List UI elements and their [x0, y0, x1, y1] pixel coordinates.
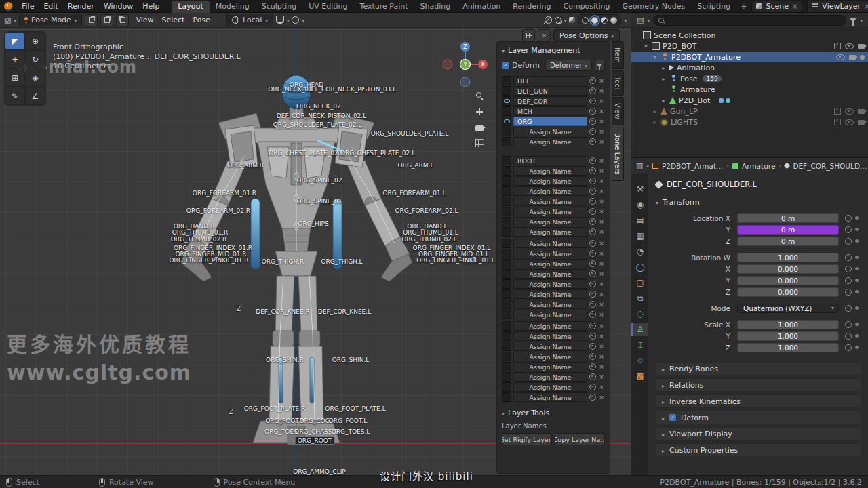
xray-toggle-icon[interactable]: [569, 17, 575, 23]
outliner-search[interactable]: [653, 15, 847, 26]
workspace-tab[interactable]: Modeling: [210, 1, 256, 13]
assign-name-button[interactable]: Assign Name: [513, 279, 587, 289]
layer-clear-icon[interactable]: [598, 291, 605, 298]
keyframe-icon[interactable]: [845, 321, 852, 328]
properties-panel-row[interactable]: Relations: [656, 378, 861, 392]
exclude-checkbox[interactable]: [834, 119, 841, 125]
layer-clear-icon[interactable]: [598, 240, 605, 247]
layer-clear-icon[interactable]: [598, 198, 605, 205]
layer-solo-icon[interactable]: [589, 333, 596, 340]
shading-solid-icon[interactable]: [591, 17, 598, 24]
sidebar-tab[interactable]: View: [612, 97, 624, 125]
layer-button[interactable]: MCH: [513, 106, 587, 116]
layer-visibility-checkbox[interactable]: [502, 197, 511, 206]
show-gizmos-icon[interactable]: [545, 16, 552, 24]
outliner-row[interactable]: ▸ Gun_LP: [631, 106, 868, 117]
layer-clear-icon[interactable]: [598, 87, 605, 94]
outliner-row[interactable]: ▸ Pose 159: [631, 73, 868, 84]
assign-name-button[interactable]: Assign Name: [513, 300, 587, 309]
layer-clear-icon[interactable]: [598, 228, 605, 235]
layer-solo-icon[interactable]: [589, 108, 596, 115]
layer-button[interactable]: ROOT: [513, 156, 587, 165]
transform-value-field[interactable]: 0 m: [737, 225, 839, 235]
animate-dot-icon[interactable]: [855, 334, 859, 338]
filter-icon[interactable]: [850, 18, 856, 22]
workspace-tab[interactable]: Geometry Nodes: [616, 1, 691, 13]
layer-visibility-checkbox[interactable]: [502, 137, 511, 146]
assign-name-button[interactable]: Assign Name: [513, 310, 587, 319]
layer-solo-icon[interactable]: [589, 270, 596, 277]
animate-dot-icon[interactable]: [855, 323, 859, 326]
animate-dot-icon[interactable]: [855, 306, 859, 310]
layer-solo-icon[interactable]: [589, 178, 596, 184]
layer-visibility-checkbox[interactable]: [502, 227, 511, 237]
assign-name-button[interactable]: Assign Name: [513, 217, 587, 226]
animate-dot-icon[interactable]: [855, 256, 859, 259]
3d-viewport[interactable]: ORG_HEADORG_NECK_03DEF_COR_NECK_PISTON_0…: [0, 28, 631, 475]
navigation-gizmo[interactable]: Z X Y: [439, 39, 491, 90]
workspace-tab[interactable]: Scripting: [691, 1, 736, 13]
assign-name-button[interactable]: Assign Name: [513, 227, 587, 237]
keyframe-icon[interactable]: [845, 254, 852, 261]
layer-solo-icon[interactable]: [589, 260, 596, 267]
transform-value-field[interactable]: 0.000: [737, 276, 839, 285]
transform-value-field[interactable]: 1.000: [737, 343, 839, 352]
workspace-tab[interactable]: Texture Paint: [354, 1, 414, 13]
layer-solo-icon[interactable]: [589, 77, 596, 84]
transform-value-field[interactable]: 1.000: [737, 331, 839, 341]
layer-clear-icon[interactable]: [598, 128, 605, 135]
ortho-toggle-button[interactable]: [473, 136, 486, 150]
disable-render-icon[interactable]: [858, 109, 865, 114]
proportional-settings-chevron-icon[interactable]: [302, 16, 304, 24]
workspace-tab[interactable]: Compositing: [557, 1, 616, 13]
layer-clear-icon[interactable]: [598, 208, 605, 215]
properties-tab[interactable]: ♙: [631, 323, 648, 336]
layer-visibility-checkbox[interactable]: [502, 117, 511, 126]
properties-panel-row[interactable]: Custom Properties: [656, 443, 861, 457]
topbar-menu-item[interactable]: Edit: [39, 1, 62, 12]
disclosure-icon[interactable]: ▸: [660, 98, 667, 104]
layer-clear-icon[interactable]: [598, 311, 605, 318]
layer-clear-icon[interactable]: [598, 353, 605, 360]
assign-name-button[interactable]: Assign Name: [513, 392, 587, 402]
bone-name-field[interactable]: DEF_COR_SHOULDER.L: [667, 180, 757, 189]
assign-name-button[interactable]: Assign Name: [513, 176, 587, 186]
assign-name-button[interactable]: Assign Name: [513, 249, 587, 258]
editor-type-chevron-icon[interactable]: [14, 16, 16, 24]
layer-clear-icon[interactable]: [598, 98, 605, 104]
layer-solo-icon[interactable]: [589, 384, 596, 390]
layer-clear-icon[interactable]: [598, 281, 605, 287]
layer-visibility-checkbox[interactable]: [502, 310, 511, 319]
layer-visibility-checkbox[interactable]: [502, 76, 511, 85]
layer-solo-icon[interactable]: [589, 188, 596, 195]
snap-magnet-icon[interactable]: [276, 16, 284, 24]
animate-dot-icon[interactable]: [855, 290, 859, 293]
layer-solo-icon[interactable]: [589, 373, 596, 380]
assign-name-button[interactable]: Assign Name: [513, 352, 587, 361]
keyframe-icon[interactable]: [845, 289, 852, 296]
scene-unlink-icon[interactable]: [792, 2, 797, 11]
tool-button[interactable]: ⊞: [5, 69, 24, 86]
layer-visibility-checkbox[interactable]: [502, 269, 511, 279]
layer-visibility-checkbox[interactable]: [502, 96, 511, 106]
animate-dot-icon[interactable]: [855, 346, 859, 349]
layer-solo-icon[interactable]: [589, 353, 596, 360]
layer-clear-icon[interactable]: [598, 188, 605, 195]
layer-solo-icon[interactable]: [589, 394, 596, 401]
layer-clear-icon[interactable]: [598, 384, 605, 390]
layer-visibility-checkbox[interactable]: [502, 156, 511, 165]
pose-options-dropdown[interactable]: Pose Options: [553, 29, 620, 41]
layer-solo-icon[interactable]: [589, 198, 596, 205]
layer-visibility-checkbox[interactable]: [502, 207, 511, 216]
viewport-menu-item[interactable]: View: [132, 15, 157, 25]
workspace-tab[interactable]: Rendering: [507, 1, 557, 13]
assign-name-button[interactable]: Assign Name: [513, 127, 587, 136]
keyframe-icon[interactable]: [845, 333, 852, 340]
tool-button[interactable]: ↻: [26, 51, 45, 68]
properties-tab[interactable]: ◉: [631, 198, 648, 211]
layer-solo-icon[interactable]: [589, 311, 596, 318]
layer-solo-icon[interactable]: [589, 218, 596, 225]
properties-panel-row[interactable]: Viewport Display: [656, 427, 861, 441]
outliner-editor-chevron-icon[interactable]: [647, 16, 650, 24]
outliner-row[interactable]: Armature: [631, 84, 868, 95]
